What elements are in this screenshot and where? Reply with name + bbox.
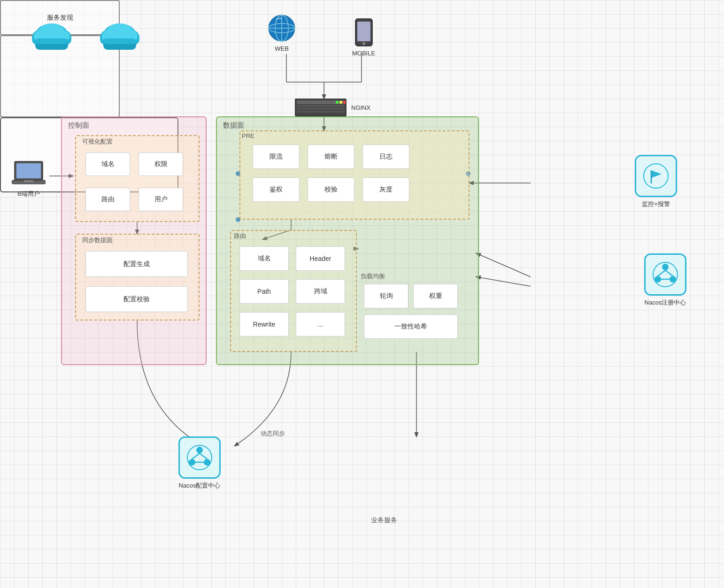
card-validate: 校验 <box>308 177 354 202</box>
card-rewrite: Rewrite <box>239 312 289 336</box>
data-plane-label: 数据面 <box>223 121 244 130</box>
monitor-label: 监控+报警 <box>642 200 670 208</box>
cloud-icon-1 <box>28 14 75 52</box>
nginx-server-icon <box>295 99 347 116</box>
card-dots: ... <box>296 312 345 336</box>
svg-point-31 <box>339 101 342 104</box>
sync-data-label: 同步数据面 <box>82 236 113 244</box>
nginx-label: NGINX <box>351 104 370 111</box>
nginx-icon-group: NGINX <box>295 99 370 116</box>
card-log: 日志 <box>362 145 409 169</box>
web-icon-group: WEB <box>268 14 296 52</box>
card-circuit-break: 熔断 <box>308 145 354 169</box>
svg-point-58 <box>662 264 669 270</box>
canvas: WEB MOBILE NGINX <box>0 0 724 588</box>
load-balance-label: 负载均衡 <box>361 272 385 281</box>
svg-rect-34 <box>16 163 41 178</box>
card-auth: 鉴权 <box>253 177 300 202</box>
nacos-reg-svg <box>651 260 679 289</box>
svg-rect-28 <box>297 108 345 110</box>
card-header: Header <box>296 246 345 271</box>
nacos-reg-icon <box>644 253 686 296</box>
pre-box <box>239 130 470 220</box>
monitor-icon <box>635 155 677 197</box>
svg-rect-29 <box>297 111 345 113</box>
card-path: Path <box>239 279 289 304</box>
card-consistent-hash: 一致性哈希 <box>364 314 458 339</box>
card-permission: 权限 <box>139 153 183 176</box>
vis-config-label: 可视化配置 <box>82 137 113 146</box>
nacos-reg-icon-group: Nacos注册中心 <box>644 253 686 307</box>
card-domain: 域名 <box>85 153 130 176</box>
card-routing: 路由 <box>85 188 130 211</box>
nacos-cfg-svg <box>185 443 214 472</box>
card-gray: 灰度 <box>362 177 409 202</box>
monitor-icon-group: 监控+报警 <box>635 155 677 208</box>
phone-icon <box>354 18 373 47</box>
web-label: WEB <box>275 45 289 52</box>
control-plane-label: 控制面 <box>68 121 89 130</box>
card-config-verify: 配置校验 <box>85 286 188 312</box>
svg-point-32 <box>343 101 346 104</box>
svg-rect-36 <box>24 180 33 182</box>
nacos-reg-label: Nacos注册中心 <box>645 298 686 307</box>
svg-point-24 <box>362 42 365 45</box>
route-label: 路由 <box>234 232 246 240</box>
globe-icon <box>268 14 296 42</box>
svg-rect-45 <box>35 38 68 44</box>
mobile-icon-group: MOBILE <box>352 18 375 57</box>
card-round-robin: 轮询 <box>364 284 408 308</box>
card-cross-domain: 跨域 <box>296 279 345 304</box>
mobile-label: MOBILE <box>352 50 375 57</box>
biz-service-label: 业务服务 <box>371 516 397 525</box>
laptop-icon <box>12 160 46 187</box>
b-user-label: B端用户 <box>17 190 40 198</box>
pre-label: PRE <box>242 132 254 139</box>
svg-line-12 <box>477 253 531 277</box>
monitor-svg <box>642 162 670 190</box>
svg-line-11 <box>477 277 531 286</box>
card-rate-limit: 限流 <box>253 145 300 169</box>
b-user-icon-group: B端用户 <box>12 160 46 198</box>
svg-rect-27 <box>297 105 345 107</box>
svg-point-65 <box>196 447 203 453</box>
card-user: 用户 <box>139 188 183 211</box>
svg-rect-54 <box>103 38 136 44</box>
dynamic-sync-label: 动态同步 <box>261 429 285 438</box>
card-config-gen: 配置生成 <box>85 251 188 277</box>
nacos-cfg-icon <box>178 436 221 479</box>
card-weight: 权重 <box>413 284 458 308</box>
nacos-cfg-label: Nacos配置中心 <box>179 481 221 490</box>
cloud-icon-2 <box>96 14 143 52</box>
nacos-cfg-icon-group: Nacos配置中心 <box>178 436 221 490</box>
svg-rect-23 <box>357 22 370 41</box>
card-route-domain: 域名 <box>239 246 289 271</box>
svg-point-30 <box>336 101 339 104</box>
